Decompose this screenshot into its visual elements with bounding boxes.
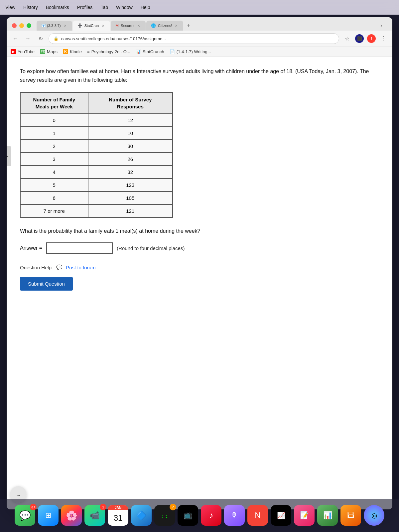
bookmark-psychology[interactable]: ≡ Psychology 2e - O... xyxy=(87,49,130,54)
news-icon: N xyxy=(255,511,260,520)
meals-cell-7: 7 or more xyxy=(20,204,88,217)
bookmark-kindle[interactable]: K Kindle xyxy=(63,49,82,54)
responses-cell-4: 32 xyxy=(88,166,173,179)
browser-window: 📧 (3.3-3.7) ✕ ➕ StatCrun ✕ M Secure t ✕ … xyxy=(7,17,392,509)
tab-close-3[interactable]: ✕ xyxy=(174,23,179,28)
close-button[interactable] xyxy=(12,23,17,28)
meals-cell-6: 6 xyxy=(20,192,88,204)
refresh-button[interactable]: ↻ xyxy=(36,34,45,43)
tab-close-1[interactable]: ✕ xyxy=(101,23,105,28)
menu-item-window[interactable]: Window xyxy=(116,5,133,10)
facetime-icon: 📹 xyxy=(90,511,100,520)
answer-hint: (Round to four decimal places) xyxy=(117,245,185,251)
messages-badge: 37 xyxy=(30,504,37,510)
messages-icon: 💬 xyxy=(19,510,31,521)
mail-badge: 1 xyxy=(100,504,106,510)
dock-stocks[interactable]: 📈 xyxy=(271,505,291,526)
menu-item-history[interactable]: History xyxy=(23,5,38,10)
dock-news[interactable]: N xyxy=(247,505,268,526)
pages-icon: 📝 xyxy=(300,511,309,520)
siri-icon: ◎ xyxy=(371,511,377,519)
traffic-lights xyxy=(12,23,31,28)
address-bar[interactable]: 🔒 canvas.seattlecolleges.edu/courses/101… xyxy=(49,33,339,44)
dock-messages[interactable]: 💬 37 xyxy=(15,505,35,526)
calendar-day-wrapper: 31 xyxy=(114,510,123,526)
meals-cell-3: 3 xyxy=(20,153,88,166)
tab-label-1: StatCrun xyxy=(84,24,99,28)
minimize-button[interactable] xyxy=(19,23,24,28)
dock-finder[interactable]: 🔷 xyxy=(131,505,152,526)
sidebar-toggle[interactable]: ▶ xyxy=(7,146,11,166)
new-tab-button[interactable]: + xyxy=(184,21,193,31)
calendar-day: 31 xyxy=(114,513,123,523)
maximize-button[interactable] xyxy=(27,23,31,28)
dock-photos[interactable]: 🌸 xyxy=(61,505,82,526)
bookmarks-bar: ▶ YouTube 🗺 Maps K Kindle ≡ Psychology 2… xyxy=(7,47,392,57)
tabs-row: 📧 (3.3-3.7) ✕ ➕ StatCrun ✕ M Secure t ✕ … xyxy=(37,21,376,31)
submit-button[interactable]: Submit Question xyxy=(20,277,73,291)
stocks-icon: 📈 xyxy=(277,511,285,519)
menu-item-help[interactable]: Help xyxy=(141,5,150,10)
answer-label: Answer = xyxy=(20,245,42,251)
numbers-icon: 📊 xyxy=(323,511,332,520)
meals-cell-0: 0 xyxy=(20,114,88,127)
data-table: Number of Family Meals per Week Number o… xyxy=(20,92,173,218)
answer-input[interactable] xyxy=(46,242,113,254)
dock-keynote[interactable]: 🎞 xyxy=(340,505,361,526)
message-icon: 💬 xyxy=(56,264,63,270)
dock-tv[interactable]: 📺 xyxy=(178,505,198,526)
back-button[interactable]: ← xyxy=(11,34,20,43)
sidebar-toggle-icon: ▶ xyxy=(7,154,8,159)
table-row: 6105 xyxy=(20,192,173,204)
tab-close-0[interactable]: ✕ xyxy=(63,23,67,28)
bookmark-maps[interactable]: 🗺 Maps xyxy=(40,49,58,54)
bookmark-statcrunch[interactable]: 📊 StatCrunch xyxy=(136,49,164,54)
dock-podcast[interactable]: 🎙 xyxy=(224,505,245,526)
tab-0[interactable]: 📧 (3.3-3.7) ✕ xyxy=(37,21,72,31)
maps-icon: 🗺 xyxy=(40,49,45,54)
menu-item-bookmarks[interactable]: Bookmarks xyxy=(46,5,69,10)
alert-icon[interactable]: ! xyxy=(367,34,376,43)
calendar-month: JAN xyxy=(115,506,121,509)
address-bar-row: ← → ↻ 🔒 canvas.seattlecolleges.edu/cours… xyxy=(7,31,392,47)
tab-2[interactable]: M Secure t ✕ xyxy=(111,21,146,31)
terminal-badge: 7 xyxy=(170,504,176,510)
tab-close-2[interactable]: ✕ xyxy=(136,23,141,28)
forward-button[interactable]: → xyxy=(23,34,33,43)
dock-numbers[interactable]: 📊 xyxy=(317,505,338,526)
dock-music[interactable]: ♪ xyxy=(201,505,221,526)
post-to-forum-link[interactable]: Post to forum xyxy=(66,265,95,270)
browser-profile[interactable]: ⬛ xyxy=(355,34,364,43)
chat-icon: ... xyxy=(17,492,20,497)
dock-calendar[interactable]: JAN 31 xyxy=(108,505,128,526)
responses-cell-1: 10 xyxy=(88,127,173,140)
answer-row: Answer = (Round to four decimal places) xyxy=(20,242,379,254)
bookmark-youtube[interactable]: ▶ YouTube xyxy=(11,49,35,54)
dock-facetime[interactable]: 📹 1 xyxy=(84,505,105,526)
keynote-icon: 🎞 xyxy=(347,511,354,520)
dock-launchpad[interactable]: ⊞ xyxy=(38,505,59,526)
menu-item-tab[interactable]: Tab xyxy=(100,5,108,10)
meals-cell-5: 5 xyxy=(20,179,88,192)
table-row: 432 xyxy=(20,166,173,179)
dock-terminal[interactable]: :: 7 xyxy=(154,505,175,526)
bookmark-youtube-label: YouTube xyxy=(18,49,35,54)
bookmark-star[interactable]: ☆ xyxy=(342,34,352,43)
menu-item-view[interactable]: View xyxy=(5,5,15,10)
tab-3[interactable]: 🌐 Citizens! ✕ xyxy=(146,21,183,31)
more-options-button[interactable]: ⋮ xyxy=(379,34,388,43)
table-row: 326 xyxy=(20,153,173,166)
tab-scroll-right[interactable]: › xyxy=(380,23,387,29)
dock-pages[interactable]: 📝 xyxy=(294,505,315,526)
menu-item-profiles[interactable]: Profiles xyxy=(77,5,93,10)
tab-1[interactable]: ➕ StatCrun ✕ xyxy=(73,21,110,31)
dock: 💬 37 ⊞ 🌸 📹 1 JAN 31 🔷 :: 7 📺 ♪ 🎙 N 📈 xyxy=(0,499,399,532)
table-row: 5123 xyxy=(20,179,173,192)
dock-siri[interactable]: ◎ xyxy=(364,505,384,526)
lock-icon: 🔒 xyxy=(54,36,59,41)
kindle-icon: K xyxy=(63,49,68,54)
responses-cell-7: 121 xyxy=(88,204,173,217)
bookmark-writing[interactable]: 📄 (1.4-1.7) Writing... xyxy=(170,49,211,54)
col2-header: Number of Survey Responses xyxy=(88,92,173,114)
table-wrapper: Number of Family Meals per Week Number o… xyxy=(20,92,379,218)
